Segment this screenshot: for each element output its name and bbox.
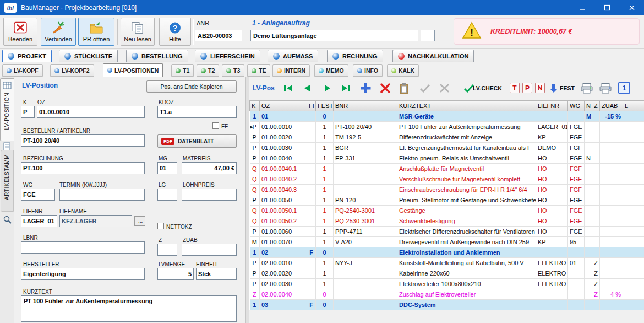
liefname-browse-button[interactable]: ...	[134, 216, 145, 226]
magnifier-icon[interactable]	[3, 215, 12, 226]
n-filter-button[interactable]: N	[535, 83, 545, 93]
table-row[interactable]: Q01.00.0040.31Einschraubverschraubung fü…	[250, 185, 644, 195]
table-row[interactable]: P01.00.00201TM 192-5Differenzdruckwächte…	[250, 132, 644, 143]
col-header-z[interactable]: Z	[592, 101, 600, 111]
delete-row-button[interactable]	[378, 82, 392, 94]
lg-field[interactable]	[157, 189, 177, 201]
zuab-field[interactable]	[182, 244, 237, 256]
col-header-ff[interactable]: FF	[307, 101, 316, 111]
print-icon[interactable]	[580, 82, 594, 94]
fest-label[interactable]: FEST	[560, 85, 575, 91]
lvmenge-field[interactable]	[157, 268, 194, 280]
table-row[interactable]: P01.00.00301BGREl. Begrenzungsthermostat…	[250, 143, 644, 153]
table-row[interactable]: Q01.00.0050.11PQ-2540-3001GestängeHOFGE	[250, 206, 644, 216]
datenblatt-button[interactable]: PDF DATENBLATT	[157, 134, 237, 148]
side-tab-artikelstamm-label[interactable]: ARTIKELSTAMM	[4, 154, 10, 200]
z-field[interactable]	[157, 244, 177, 256]
table-row[interactable]: Q01.00.0040.21Verschlußschraube für Magn…	[250, 174, 644, 185]
tab-t3[interactable]: T3	[222, 64, 244, 77]
project-name-field[interactable]	[250, 30, 418, 41]
table-row[interactable]: Q01.00.0050.21PQ-2530-3001Schwenkbefesti…	[250, 216, 644, 227]
maximize-button[interactable]	[594, 0, 619, 15]
einheit-field[interactable]	[196, 268, 237, 280]
col-header-liefnr[interactable]: LIEFNR	[536, 101, 568, 111]
table-row[interactable]: P02.00.00101NYY-JKunststoff-Mantelleitun…	[250, 258, 644, 268]
col-header-bnr[interactable]: BNR	[334, 101, 397, 111]
oz-field[interactable]	[37, 106, 145, 118]
termin-field[interactable]	[59, 189, 145, 201]
order-extra-field[interactable]	[421, 30, 435, 41]
tab-lv-positionen[interactable]: LV-POSITIONEN	[103, 63, 163, 77]
p-filter-button[interactable]: P	[522, 83, 532, 93]
pr-oeffnen-button[interactable]: PR öffnen	[78, 18, 114, 46]
table-row[interactable]: 102F0Elektroinstallation und Anklemmen	[250, 247, 644, 258]
table-row[interactable]: P02.00.00301Elektroverteiler 1000x800x21…	[250, 279, 644, 289]
table-row[interactable]: ▶P01.00.00101PT-100 20/40PT 100 Fühler z…	[250, 122, 644, 132]
add-row-button[interactable]	[358, 82, 373, 94]
close-button[interactable]	[619, 0, 644, 15]
lv-check-label[interactable]: LV-CHECK	[473, 85, 502, 91]
tab-info[interactable]: INFO	[353, 64, 383, 77]
tab-projekt[interactable]: PROJEKT	[2, 50, 52, 62]
bestellnr-field[interactable]	[21, 134, 145, 147]
table-row[interactable]: P01.00.00401EP-331Elektro-pneum. Relais …	[250, 153, 644, 164]
wg-field[interactable]	[21, 189, 55, 201]
k-field[interactable]	[21, 106, 35, 118]
table-row[interactable]: P01.00.00501PN-120Pneum. Stellmotor mit …	[250, 195, 644, 206]
matpreis-field[interactable]	[182, 162, 237, 174]
col-header-oz[interactable]: OZ	[260, 101, 307, 111]
tab-lieferschein[interactable]: LIEFERSCHEIN	[195, 50, 260, 62]
liefname-field[interactable]	[59, 215, 132, 227]
print-preview-icon[interactable]	[598, 82, 613, 94]
mg-field[interactable]	[157, 162, 177, 174]
verbinden-button[interactable]: Verbinden	[41, 18, 76, 46]
tab-t2[interactable]: T2	[197, 64, 219, 77]
col-header-zuab[interactable]: ZUAB	[600, 101, 623, 111]
nettokz-checkbox[interactable]	[157, 223, 164, 229]
nav-next-button[interactable]	[320, 82, 334, 94]
table-row[interactable]: M01.00.00701V-A20Dreiwegeventil mit Auße…	[250, 237, 644, 247]
tab-t1[interactable]: T1	[171, 64, 194, 77]
tab-nachkalkulation[interactable]: NACHKALKULATION	[392, 50, 474, 62]
paste-icon[interactable]	[397, 82, 411, 94]
lbnr-field[interactable]	[21, 241, 145, 254]
hersteller-field[interactable]	[21, 268, 145, 280]
confirm-disabled-icon[interactable]	[418, 82, 432, 94]
tab-stueckliste[interactable]: STÜCKLISTE	[59, 50, 118, 62]
table-row[interactable]: Q01.00.0040.11Anschlußplatte für Magnetv…	[250, 164, 644, 174]
neu-lesen-button[interactable]: Neu lesen	[121, 18, 155, 46]
tab-lv-kopf[interactable]: LV-KOPF	[2, 64, 43, 77]
t-filter-button[interactable]: T	[510, 83, 520, 93]
col-header-kurztext[interactable]: KURZTEXT	[397, 101, 536, 111]
table-row[interactable]: P02.00.00201Kabelrinne 220x60ELEKTROZ	[250, 268, 644, 279]
tab-lv-kopf2[interactable]: LV-KOPF2	[50, 64, 94, 77]
table-row[interactable]: P01.00.00601PPP-4711Elektrischer Differe…	[250, 227, 644, 237]
bezeichnung-field[interactable]	[21, 162, 145, 174]
tab-kalk[interactable]: KALK	[387, 64, 419, 77]
tab-te[interactable]: TE	[247, 64, 270, 77]
col-header-n[interactable]: N	[585, 101, 592, 111]
anr-field[interactable]	[195, 30, 242, 41]
hilfe-button[interactable]: ? Hilfe	[159, 18, 191, 46]
lohnpreis-field[interactable]	[182, 189, 237, 201]
nav-prev-button[interactable]	[301, 82, 315, 94]
col-header-wg[interactable]: WG	[568, 101, 585, 111]
minimize-button[interactable]	[570, 0, 594, 15]
tab-bestellung[interactable]: BESTELLUNG	[126, 50, 188, 62]
tab-rechnung[interactable]: RECHNUNG	[327, 50, 383, 62]
page-one-button[interactable]: 1	[618, 82, 630, 94]
kurztext-field[interactable]: PT 100 Fühler zur Außentemperaturmessung	[21, 295, 237, 322]
tab-aufmass[interactable]: AUFMASS	[268, 50, 318, 62]
kdoz-field[interactable]	[157, 106, 237, 118]
ff-checkbox[interactable]	[212, 122, 219, 129]
side-tab-lv-position-label[interactable]: LV-POSITION	[4, 93, 10, 130]
tab-memo[interactable]: MEMO	[314, 64, 348, 77]
nav-first-button[interactable]	[281, 82, 296, 94]
col-header-k[interactable]: K	[250, 101, 260, 111]
tab-intern[interactable]: INTERN	[272, 64, 310, 77]
fest-down-icon[interactable]	[549, 82, 559, 94]
liefnr-field[interactable]	[21, 215, 57, 227]
beenden-button[interactable]: Beenden	[3, 18, 37, 46]
table-row[interactable]: 1010MSR-GeräteM-15 %	[250, 111, 644, 122]
table-row[interactable]: 103F0DDC-System	[250, 300, 644, 310]
